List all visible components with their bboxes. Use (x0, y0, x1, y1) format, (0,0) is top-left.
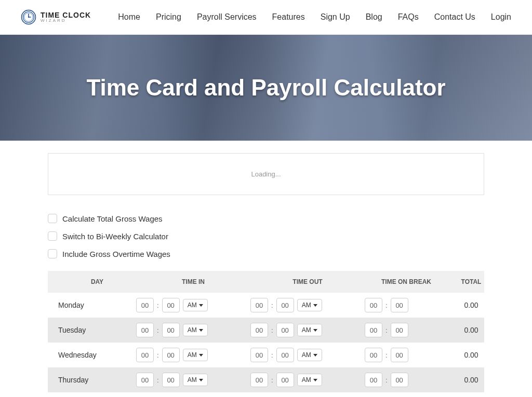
option-biweekly: Switch to Bi-Weekly Calculator (48, 231, 484, 241)
ampm-label: AM (188, 351, 197, 359)
clock-icon (21, 9, 36, 25)
colon: : (385, 376, 388, 384)
ampm-label: AM (302, 326, 311, 334)
table-header: DAY TIME IN TIME OUT TIME ON BREAK TOTAL (48, 271, 484, 293)
ampm-select[interactable]: AM (297, 299, 322, 311)
hour-input[interactable] (365, 298, 382, 312)
col-time-in: TIME IN (136, 278, 250, 285)
nav-blog[interactable]: Blog (366, 12, 382, 22)
caret-down-icon (199, 329, 203, 332)
col-break: TIME ON BREAK (365, 278, 448, 285)
nav: Home Pricing Payroll Services Features S… (118, 12, 511, 22)
minute-input[interactable] (276, 348, 294, 362)
day-cell: Tuesday (58, 326, 136, 334)
hour-input[interactable] (250, 348, 268, 362)
ampm-select[interactable]: AM (297, 374, 322, 386)
hour-input[interactable] (136, 373, 154, 387)
hour-input[interactable] (365, 348, 382, 362)
ampm-label: AM (302, 376, 311, 384)
hour-input[interactable] (365, 373, 382, 387)
timecard-table: DAY TIME IN TIME OUT TIME ON BREAK TOTAL… (48, 271, 484, 392)
nav-features[interactable]: Features (272, 12, 305, 22)
ampm-label: AM (188, 376, 197, 384)
checkbox-gross-wages[interactable] (48, 214, 57, 223)
minute-input[interactable] (391, 373, 408, 387)
colon: : (157, 302, 159, 309)
minute-input[interactable] (162, 298, 180, 312)
content: Loading... Calculate Total Gross Wages S… (27, 153, 505, 397)
day-cell: Wednesday (58, 351, 136, 359)
ampm-label: AM (188, 326, 197, 334)
nav-faqs[interactable]: FAQs (398, 12, 419, 22)
minute-input[interactable] (276, 298, 294, 312)
colon: : (385, 351, 388, 359)
minute-input[interactable] (276, 323, 294, 337)
col-day: DAY (58, 278, 136, 285)
page-title: Time Card and Payroll Calculator (86, 75, 445, 101)
day-cell: Thursday (58, 376, 136, 384)
time-cell: : (365, 323, 448, 337)
colon: : (157, 326, 159, 334)
header: TIME CLOCK WIZARD Home Pricing Payroll S… (0, 0, 532, 35)
time-cell: :AM (250, 373, 365, 387)
loading-text: Loading... (251, 170, 281, 178)
nav-pricing[interactable]: Pricing (156, 12, 181, 22)
ampm-label: AM (302, 302, 311, 309)
caret-down-icon (199, 354, 203, 357)
nav-home[interactable]: Home (118, 12, 140, 22)
ampm-label: AM (302, 351, 311, 359)
hour-input[interactable] (136, 348, 154, 362)
logo-title: TIME CLOCK (41, 11, 91, 19)
option-label: Include Gross Overtime Wages (62, 250, 170, 258)
hour-input[interactable] (250, 373, 268, 387)
time-cell: :AM (136, 298, 250, 312)
ampm-select[interactable]: AM (297, 349, 322, 361)
hour-input[interactable] (250, 323, 268, 337)
minute-input[interactable] (162, 373, 180, 387)
checkbox-biweekly[interactable] (48, 231, 57, 241)
table-row: Tuesday:AM:AM:0.00 (48, 318, 484, 343)
option-label: Calculate Total Gross Wages (62, 214, 163, 223)
minute-input[interactable] (162, 348, 180, 362)
table-row: Monday:AM:AM:0.00 (48, 293, 484, 318)
colon: : (385, 326, 388, 334)
hour-input[interactable] (136, 298, 154, 312)
nav-contact-us[interactable]: Contact Us (434, 12, 475, 22)
ampm-select[interactable]: AM (183, 374, 208, 386)
ampm-select[interactable]: AM (183, 349, 208, 361)
colon: : (157, 376, 159, 384)
option-label: Switch to Bi-Weekly Calculator (62, 232, 168, 241)
caret-down-icon (199, 379, 203, 381)
time-cell: : (365, 373, 448, 387)
caret-down-icon (313, 354, 317, 357)
ampm-select[interactable]: AM (183, 299, 208, 311)
svg-point-5 (28, 17, 29, 18)
nav-sign-up[interactable]: Sign Up (321, 12, 350, 22)
minute-input[interactable] (391, 298, 408, 312)
logo[interactable]: TIME CLOCK WIZARD (21, 9, 91, 25)
nav-login[interactable]: Login (491, 12, 511, 22)
nav-payroll-services[interactable]: Payroll Services (197, 12, 257, 22)
time-cell: :AM (250, 348, 365, 362)
minute-input[interactable] (391, 348, 408, 362)
hour-input[interactable] (136, 323, 154, 337)
ampm-select[interactable]: AM (183, 324, 208, 336)
logo-text: TIME CLOCK WIZARD (41, 11, 91, 23)
hour-input[interactable] (250, 298, 268, 312)
minute-input[interactable] (391, 323, 408, 337)
checkbox-overtime[interactable] (48, 249, 57, 258)
total-cell: 0.00 (448, 301, 495, 309)
minute-input[interactable] (162, 323, 180, 337)
time-cell: :AM (136, 348, 250, 362)
minute-input[interactable] (276, 373, 294, 387)
time-cell: : (365, 348, 448, 362)
time-cell: :AM (250, 323, 365, 337)
day-cell: Monday (58, 301, 136, 309)
ampm-select[interactable]: AM (297, 324, 322, 336)
caret-down-icon (313, 329, 317, 332)
hour-input[interactable] (365, 323, 382, 337)
caret-down-icon (313, 379, 317, 381)
option-gross-wages: Calculate Total Gross Wages (48, 214, 484, 223)
col-total: TOTAL (448, 278, 495, 285)
options: Calculate Total Gross Wages Switch to Bi… (48, 214, 484, 258)
